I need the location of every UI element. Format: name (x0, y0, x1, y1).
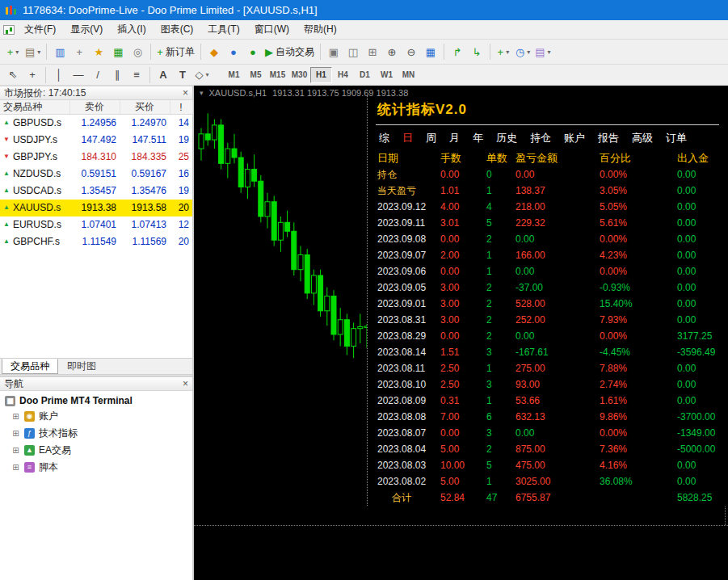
crosshair-button[interactable]: + (23, 65, 42, 84)
stats-row-2023.08.04: 2023.08.045.002875.007.36%-5000.00 (376, 441, 719, 457)
add-indicator-button[interactable]: +▾ (494, 43, 513, 61)
profiles-button[interactable]: ▤▾ (23, 43, 43, 61)
market-watch-column-2[interactable]: 买价 (120, 100, 170, 115)
ask-cell: 1.11569 (120, 233, 170, 250)
market-watch-column-1[interactable]: 卖价 (69, 100, 120, 115)
menu-item-3[interactable]: 图表(C) (154, 19, 201, 40)
options-button[interactable]: ● (224, 43, 243, 61)
arrange-icons-button[interactable]: ⊞ (363, 43, 382, 61)
cell-flow: 0.00 (677, 233, 717, 245)
stats-tab-订单[interactable]: 订单 (666, 131, 687, 145)
community-button[interactable]: ● (243, 43, 263, 61)
periods-button[interactable]: ◷▾ (513, 43, 532, 61)
expand-icon[interactable]: ⊞ (11, 463, 20, 472)
cell-date: 2023.08.07 (377, 427, 440, 439)
market-watch-close-icon[interactable]: × (183, 88, 188, 98)
market-watch-tab-即时图[interactable]: 即时图 (58, 359, 105, 374)
stats-tab-日[interactable]: 日 (402, 131, 413, 145)
market-watch-toggle-button[interactable]: ▥ (50, 43, 69, 61)
chart-shift-button[interactable]: ↱ (448, 43, 467, 61)
market-row-USDCAD.s[interactable]: ▲USDCAD.s1.354571.3547619 (0, 183, 192, 200)
menu-item-5[interactable]: 窗口(W) (247, 19, 297, 40)
timeframe-h4[interactable]: H4 (332, 67, 354, 83)
stats-row-2023.08.03: 2023.08.0310.005475.004.16%0.00 (376, 457, 719, 473)
timeframe-w1[interactable]: W1 (376, 67, 398, 83)
market-watch-tab-交易品种[interactable]: 交易品种 (2, 359, 58, 374)
expand-icon[interactable]: ⊞ (11, 446, 20, 455)
cell-pnl: 6755.87 (515, 492, 600, 503)
menu-item-1[interactable]: 显示(V) (63, 19, 110, 40)
text-button[interactable]: A (154, 65, 173, 84)
menu-item-6[interactable]: 帮助(H) (297, 19, 344, 40)
market-row-GBPJPY.s[interactable]: ▼GBPJPY.s184.310184.33525 (0, 149, 192, 166)
stats-tab-历史[interactable]: 历史 (496, 131, 517, 145)
navigator-item-脚本[interactable]: ⊞≡脚本 (0, 459, 192, 476)
market-row-XAUUSD.s[interactable]: ▲XAUUSD.s1913.381913.5820 (0, 200, 192, 216)
channel-button[interactable]: ∥ (107, 65, 127, 84)
stats-tab-高级[interactable]: 高级 (632, 131, 653, 145)
timeframe-m15[interactable]: M15 (267, 67, 288, 83)
menu-item-2[interactable]: 插入(I) (110, 19, 153, 40)
navigator-item-EA交易[interactable]: ⊞▲EA交易 (0, 442, 192, 459)
zoom-in-button[interactable]: ⊕ (382, 43, 402, 61)
navigator-item-账户[interactable]: ⊞◉账户 (0, 408, 192, 425)
stats-tab-持仓[interactable]: 持仓 (530, 131, 551, 145)
timeframe-m5[interactable]: M5 (245, 67, 267, 83)
expand-icon[interactable]: ⊞ (11, 429, 20, 438)
navigator-item-技术指标[interactable]: ⊞ƒ技术指标 (0, 425, 192, 442)
trendline-button[interactable]: / (88, 65, 107, 84)
market-row-EURUSD.s[interactable]: ▲EURUSD.s1.074011.0741312 (0, 216, 192, 233)
menu-item-4[interactable]: 工具(T) (200, 19, 246, 40)
zoom-out-button[interactable]: ⊖ (402, 43, 421, 61)
auto-arrange-button[interactable]: ▦ (421, 43, 440, 61)
new-order-button[interactable]: +新订单 (154, 43, 197, 61)
navigator-root[interactable]: ▦ Doo Prime MT4 Terminal (0, 393, 192, 408)
market-row-GBPUSD.s[interactable]: ▲GBPUSD.s1.249561.2497014 (0, 115, 192, 132)
navigator-toggle-button[interactable]: ★ (89, 43, 108, 61)
expand-icon[interactable]: ⊞ (11, 412, 20, 421)
terminal-toggle-button[interactable]: ▦ (108, 43, 128, 61)
stats-tab-报告[interactable]: 报告 (598, 131, 619, 145)
timeframe-d1[interactable]: D1 (354, 67, 376, 83)
market-row-GBPCHF.s[interactable]: ▲GBPCHF.s1.115491.1156920 (0, 233, 192, 250)
horizontal-line-button[interactable]: — (69, 65, 88, 84)
strategy-tester-button[interactable]: ◎ (128, 43, 147, 61)
tile-windows-button[interactable]: ◫ (343, 43, 363, 61)
timeframe-mn[interactable]: MN (398, 67, 419, 83)
shapes-icon: ◇ (195, 69, 203, 80)
cell-pnl: 528.00 (515, 298, 600, 309)
timeframe-m1[interactable]: M1 (223, 67, 245, 83)
stats-tab-月[interactable]: 月 (449, 131, 460, 145)
cascade-windows-button[interactable]: ▣ (324, 43, 343, 61)
mt4-logo-icon (5, 4, 18, 17)
chart-autoscroll-button[interactable]: ↳ (467, 43, 486, 61)
data-window-icon: + (77, 47, 83, 57)
navigator-close-icon[interactable]: × (183, 379, 188, 389)
timeframe-m30[interactable]: M30 (288, 67, 310, 83)
market-watch-column-0[interactable]: 交易品种 (0, 100, 69, 115)
market-row-NZDUSD.s[interactable]: ▲NZDUSD.s0.591510.5916716 (0, 166, 192, 183)
text-label-button[interactable]: T (173, 65, 192, 84)
market-watch-column-3[interactable]: ! (170, 100, 192, 115)
stats-tab-综[interactable]: 综 (379, 131, 389, 145)
cell-pct: 9.86% (600, 411, 677, 422)
stats-tab-账户[interactable]: 账户 (564, 131, 585, 145)
cursor-button[interactable]: ⇖ (3, 65, 23, 84)
stats-tab-年[interactable]: 年 (473, 131, 483, 145)
metaeditor-button[interactable]: ◆ (204, 43, 224, 61)
symbol-cell: ▲EURUSD.s (0, 216, 69, 233)
templates-button[interactable]: ▤▾ (532, 43, 553, 61)
cell-flow: 0.00 (677, 282, 717, 293)
shapes-button[interactable]: ◇▾ (192, 65, 212, 84)
stats-tab-周[interactable]: 周 (426, 131, 436, 145)
stats-row-2023.08.08: 2023.08.087.006632.139.86%-3700.00 (376, 409, 719, 425)
timeframe-h1[interactable]: H1 (310, 67, 332, 83)
fibonacci-button[interactable]: ≡ (127, 65, 146, 84)
autotrading-button[interactable]: ▶自动交易 (263, 43, 317, 61)
new-chart-button[interactable]: +▾ (3, 43, 23, 61)
market-row-USDJPY.s[interactable]: ▼USDJPY.s147.492147.51119 (0, 132, 192, 149)
chart-area[interactable]: ▾ XAUUSD.s,H1 1913.31 1913.75 1909.69 19… (194, 86, 728, 580)
menu-item-0[interactable]: 文件(F) (17, 19, 63, 40)
vertical-line-button[interactable]: │ (49, 65, 69, 84)
data-window-button[interactable]: + (69, 43, 89, 61)
